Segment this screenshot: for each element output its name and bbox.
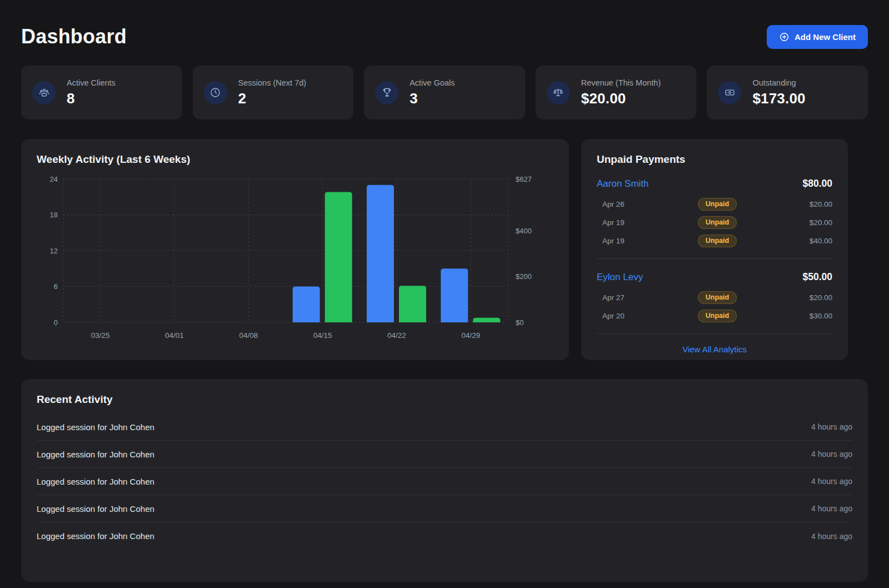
page-title: Dashboard	[21, 25, 127, 48]
client-link[interactable]: Eylon Levy	[597, 272, 643, 283]
payment-date: Apr 19	[602, 218, 698, 227]
stat-card-outstanding: Outstanding $173.00	[707, 66, 868, 119]
activity-row: Logged session for John Cohen 4 hours ag…	[37, 441, 852, 468]
scale-icon	[547, 81, 570, 104]
recent-activity-list: Logged session for John Cohen 4 hours ag…	[37, 413, 852, 550]
activity-time: 4 hours ago	[811, 477, 852, 486]
unpaid-status-badge: Unpaid	[698, 291, 737, 304]
unpaid-title: Unpaid Payments	[597, 153, 832, 166]
activity-time: 4 hours ago	[811, 532, 852, 541]
activity-row: Logged session for John Cohen 4 hours ag…	[37, 468, 852, 495]
add-new-client-button[interactable]: Add New Client	[767, 25, 868, 49]
bar-revenue--04/22[interactable]	[399, 286, 426, 322]
activity-time: 4 hours ago	[811, 504, 852, 513]
payment-amount: $30.00	[810, 312, 832, 320]
stat-card-active-goals: Active Goals 3	[364, 66, 525, 119]
payment-date: Apr 26	[602, 200, 698, 208]
unpaid-row: Apr 27 Unpaid $20.00	[597, 288, 832, 307]
x-axis-label: 04/29	[461, 331, 480, 340]
view-all-analytics-link[interactable]: View All Analytics	[597, 345, 832, 354]
stat-value: $20.00	[581, 90, 661, 107]
stats-row: Active Clients 8 Sessions (Next 7d) 2	[21, 66, 868, 119]
bar-sessions-04/29[interactable]	[441, 268, 468, 322]
weekly-activity-card: Weekly Activity (Last 6 Weeks) 06121824$…	[21, 139, 569, 360]
page-header: Dashboard Add New Client	[21, 0, 868, 53]
stat-value: 2	[238, 90, 307, 107]
users-icon	[32, 81, 56, 104]
activity-text: Logged session for John Cohen	[37, 531, 154, 541]
unpaid-status-badge: Unpaid	[698, 216, 737, 229]
bar-revenue--04/15[interactable]	[325, 192, 352, 322]
payment-amount: $40.00	[810, 237, 832, 245]
x-axis-label: 04/08	[239, 331, 258, 340]
recent-activity-card: Recent Activity Logged session for John …	[21, 379, 868, 582]
bar-sessions-04/15[interactable]	[293, 287, 320, 323]
right-axis-tick: $400	[516, 227, 532, 235]
stat-value: 8	[67, 90, 116, 107]
payment-date: Apr 27	[602, 293, 698, 302]
unpaid-status-badge: Unpaid	[698, 235, 737, 247]
unpaid-status-badge: Unpaid	[698, 198, 737, 211]
recent-activity-title: Recent Activity	[37, 393, 852, 406]
client-total: $50.00	[802, 271, 832, 283]
trophy-icon	[375, 81, 398, 104]
payment-date: Apr 19	[602, 237, 698, 245]
stat-card-sessions: Sessions (Next 7d) 2	[193, 66, 354, 119]
dashboard-page: Dashboard Add New Client	[0, 0, 889, 588]
activity-row: Logged session for John Cohen 4 hours ag…	[37, 413, 852, 441]
client-total: $80.00	[802, 178, 832, 190]
activity-text: Logged session for John Cohen	[37, 450, 154, 459]
payment-amount: $20.00	[810, 293, 832, 302]
stat-value: 3	[409, 90, 455, 107]
left-axis-tick: 24	[50, 175, 58, 183]
activity-row: Logged session for John Cohen 4 hours ag…	[37, 522, 852, 550]
stat-card-active-clients: Active Clients 8	[21, 66, 182, 119]
bar-chart-canvas[interactable]: 06121824$0$200$400$62703/2504/0104/0804/…	[37, 170, 553, 349]
activity-time: 4 hours ago	[811, 422, 852, 431]
x-axis-label: 03/25	[91, 331, 110, 340]
plus-circle-icon	[779, 32, 790, 42]
x-axis-label: 04/22	[387, 331, 406, 340]
stat-label: Revenue (This Month)	[581, 78, 661, 87]
chart-title: Weekly Activity (Last 6 Weeks)	[37, 153, 553, 166]
add-new-client-label: Add New Client	[795, 32, 856, 42]
left-axis-tick: 0	[54, 318, 58, 327]
unpaid-group: Eylon Levy $50.00 Apr 27 Unpaid $20.00 A…	[597, 271, 832, 334]
weekly-activity-chart: 06121824$0$200$400$62703/2504/0104/0804/…	[37, 170, 553, 351]
bar-sessions-04/22[interactable]	[367, 185, 394, 322]
payment-amount: $20.00	[810, 200, 832, 208]
x-axis-label: 04/01	[165, 331, 184, 340]
left-axis-tick: 18	[50, 211, 58, 219]
x-axis-label: 04/15	[313, 331, 332, 340]
payment-date: Apr 20	[602, 312, 698, 320]
unpaid-row: Apr 19 Unpaid $20.00	[597, 213, 832, 232]
divider	[597, 258, 832, 259]
stat-value: $173.00	[752, 90, 805, 107]
activity-time: 4 hours ago	[811, 450, 852, 459]
activity-row: Logged session for John Cohen 4 hours ag…	[37, 495, 852, 522]
stat-label: Active Clients	[67, 78, 116, 87]
unpaid-status-badge: Unpaid	[698, 310, 737, 322]
left-axis-tick: 6	[54, 282, 58, 291]
activity-text: Logged session for John Cohen	[37, 422, 154, 432]
payment-amount: $20.00	[810, 218, 832, 227]
unpaid-row: Apr 20 Unpaid $30.00	[597, 307, 832, 325]
right-axis-tick: $627	[516, 175, 532, 183]
right-axis-tick: $0	[516, 318, 523, 327]
stat-label: Sessions (Next 7d)	[238, 78, 307, 87]
stat-label: Active Goals	[409, 78, 455, 87]
unpaid-group: Aaron Smith $80.00 Apr 26 Unpaid $20.00 …	[597, 178, 832, 259]
unpaid-row: Apr 26 Unpaid $20.00	[597, 195, 832, 213]
stat-card-revenue: Revenue (This Month) $20.00	[536, 66, 697, 119]
unpaid-payments-card: Unpaid Payments Aaron Smith $80.00 Apr 2…	[581, 139, 848, 360]
client-link[interactable]: Aaron Smith	[597, 178, 649, 190]
activity-text: Logged session for John Cohen	[37, 477, 154, 486]
right-axis-tick: $200	[516, 272, 532, 281]
left-axis-tick: 12	[50, 247, 58, 255]
divider	[597, 333, 832, 334]
clock-icon	[204, 81, 227, 104]
stat-label: Outstanding	[752, 78, 805, 87]
bar-revenue--04/29[interactable]	[473, 318, 500, 322]
activity-text: Logged session for John Cohen	[37, 504, 154, 514]
banknote-icon	[718, 81, 741, 104]
